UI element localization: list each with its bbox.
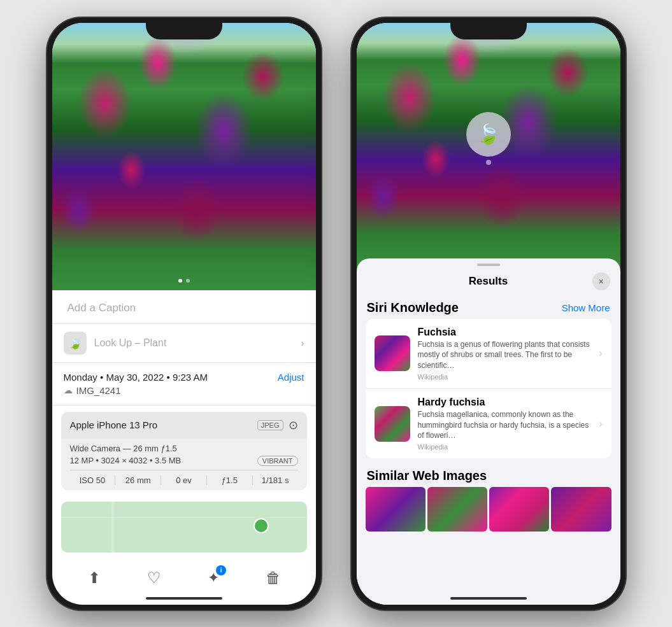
fuchsia-text: Fuchsia Fuchsia is a genus of flowering … (418, 327, 592, 381)
camera-section: Apple iPhone 13 Pro JPEG ⊙ Wide Camera —… (61, 412, 307, 490)
hardy-desc: Fuchsia magellanica, commonly known as t… (418, 409, 592, 441)
jpeg-badge: JPEG (257, 420, 283, 430)
fuchsia-desc: Fuchsia is a genus of flowering plants t… (418, 339, 592, 371)
camera-line2: 12 MP • 3024 × 4032 • 3.5 MB VIBRANT (70, 456, 298, 466)
share-icon: ⬆ (88, 569, 101, 587)
spec-aperture: ƒ1.5 (207, 476, 253, 485)
hardy-text: Hardy fuchsia Fuchsia magellanica, commo… (418, 397, 592, 451)
fuchsia-name: Fuchsia (418, 327, 592, 338)
camera-line1: Wide Camera — 26 mm ƒ1.5 (70, 444, 298, 453)
knowledge-item-hardy[interactable]: Hardy fuchsia Fuchsia magellanica, commo… (366, 388, 611, 458)
results-title: Results (385, 275, 592, 288)
spec-shutter: 1/181 s (253, 476, 298, 485)
close-button[interactable]: × (592, 272, 610, 290)
fuchsia-source: Wikipedia (418, 373, 592, 381)
similar-images-row (357, 487, 620, 532)
hardy-name: Hardy fuchsia (418, 397, 592, 408)
dot-2 (186, 279, 190, 283)
camera-details: Wide Camera — 26 mm ƒ1.5 12 MP • 3024 × … (61, 439, 307, 490)
knowledge-item-fuchsia[interactable]: Fuchsia Fuchsia is a genus of flowering … (366, 319, 611, 388)
camera-header: Apple iPhone 13 Pro JPEG ⊙ (61, 412, 307, 439)
flower-image-1 (52, 23, 316, 290)
heart-icon: ♡ (147, 569, 161, 587)
siri-bubble: 🍃 (466, 112, 511, 157)
caption-area[interactable]: Add a Caption (52, 290, 316, 324)
phone-1: Add a Caption 🍃 Look Up – Plant › Monday… (47, 18, 321, 610)
meta-date: Monday • May 30, 2022 • 9:23 AM (64, 372, 208, 383)
show-more-button[interactable]: Show More (562, 302, 610, 313)
trash-icon: 🗑 (266, 569, 281, 587)
results-panel: Results × Siri Knowledge Show More (357, 258, 620, 605)
dot-1 (178, 279, 182, 283)
hardy-thumbnail (375, 406, 410, 442)
favorite-button[interactable]: ♡ (140, 564, 168, 592)
lookup-label: Look Up – Plant (94, 337, 167, 349)
filename: IMG_4241 (76, 385, 121, 396)
results-header: Results × (357, 266, 620, 297)
spec-ev: 0 ev (161, 476, 207, 485)
similar-title: Similar Web Images (367, 468, 487, 483)
info-badge: i (216, 565, 226, 575)
info-button[interactable]: ✦ i (199, 564, 227, 592)
home-bar-2 (450, 597, 527, 600)
camera-model: Apple iPhone 13 Pro (70, 419, 158, 430)
similar-image-3[interactable] (489, 487, 549, 532)
phone-1-screen: Add a Caption 🍃 Look Up – Plant › Monday… (52, 23, 316, 605)
adjust-button[interactable]: Adjust (278, 372, 304, 383)
delete-button[interactable]: 🗑 (259, 564, 287, 592)
share-button[interactable]: ⬆ (80, 564, 108, 592)
camera-specs: ISO 50 26 mm 0 ev ƒ1.5 1/181 s (70, 470, 298, 485)
similar-image-1[interactable] (366, 487, 425, 532)
similar-image-4[interactable] (551, 487, 611, 532)
knowledge-card: Fuchsia Fuchsia is a genus of flowering … (366, 319, 611, 459)
similar-header: Similar Web Images (357, 462, 620, 487)
map-thumbnail[interactable] (61, 502, 307, 553)
similar-image-2[interactable] (427, 487, 487, 532)
bottom-toolbar: ⬆ ♡ ✦ i 🗑 (52, 564, 316, 592)
phone-2-screen: 🍃 Results × (357, 23, 620, 605)
hardy-source: Wikipedia (418, 443, 592, 451)
phones-container: Add a Caption 🍃 Look Up – Plant › Monday… (47, 18, 626, 610)
camera-settings-icon[interactable]: ⊙ (289, 418, 298, 432)
lookup-chevron-icon: › (301, 338, 304, 348)
lookup-icon: 🍃 (64, 332, 87, 355)
camera-badges: JPEG ⊙ (257, 418, 298, 432)
cloud-icon: ☁ (64, 385, 73, 395)
lookup-row[interactable]: 🍃 Look Up – Plant › (52, 324, 316, 363)
flower-image-2: 🍃 (357, 23, 620, 271)
map-pin-icon (254, 518, 269, 533)
dot-indicator (178, 279, 190, 283)
fuchsia-thumbnail (375, 335, 410, 371)
fuchsia-chevron-icon: › (599, 348, 602, 359)
spec-mm: 26 mm (115, 476, 161, 485)
meta-section: Monday • May 30, 2022 • 9:23 AM Adjust ☁… (52, 363, 316, 405)
caption-placeholder: Add a Caption (68, 302, 136, 314)
phone-2: 🍃 Results × (352, 18, 626, 610)
siri-dot (486, 160, 491, 165)
hardy-chevron-icon: › (599, 418, 602, 430)
home-bar (146, 597, 222, 600)
vibrant-badge: VIBRANT (257, 456, 298, 466)
spec-iso: ISO 50 (70, 476, 116, 485)
siri-knowledge-header: Siri Knowledge Show More (357, 297, 620, 319)
camera-resolution: 12 MP • 3024 × 4032 • 3.5 MB (70, 456, 182, 465)
siri-knowledge-title: Siri Knowledge (367, 300, 459, 315)
